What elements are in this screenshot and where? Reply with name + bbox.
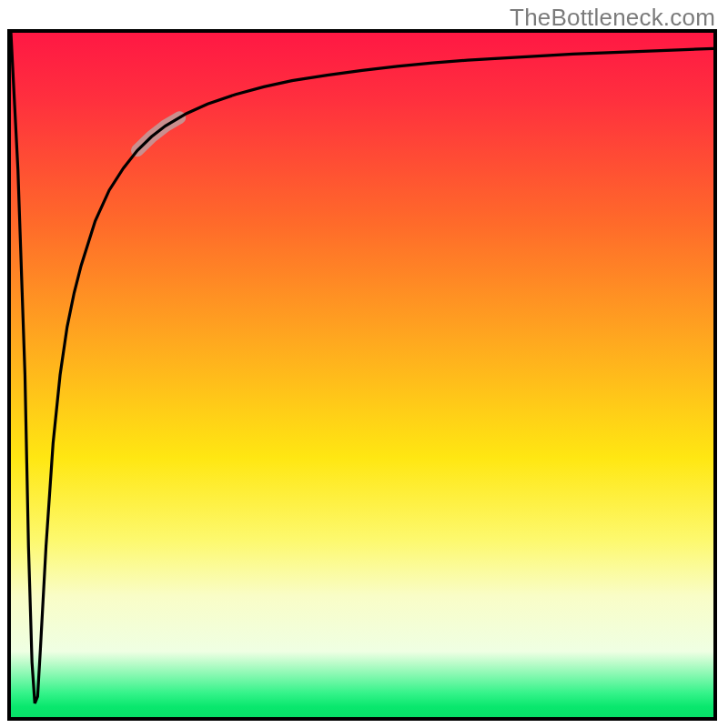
attribution-text: TheBottleneck.com — [510, 4, 715, 32]
curve-svg — [11, 33, 713, 717]
plot-frame — [7, 29, 717, 721]
chart-wrap: TheBottleneck.com — [0, 0, 728, 728]
curve-main — [11, 33, 713, 703]
